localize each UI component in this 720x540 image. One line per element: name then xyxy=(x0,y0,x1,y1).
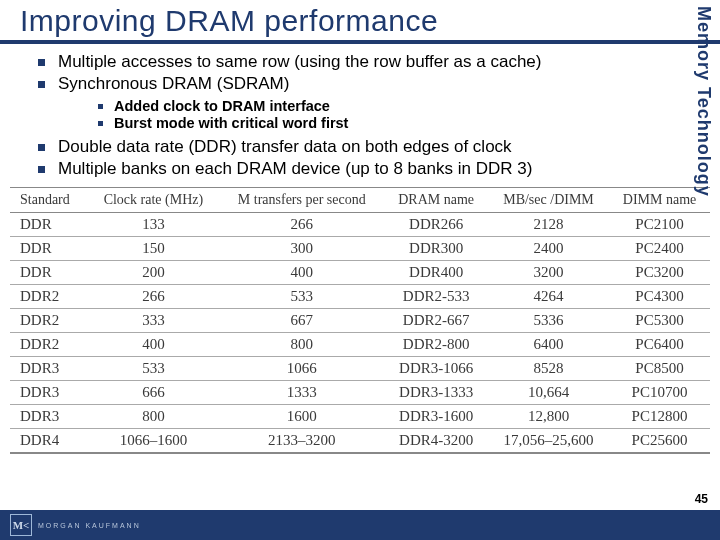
table-cell: DDR3 xyxy=(10,357,88,381)
table-row: DDR150300DDR3002400PC2400 xyxy=(10,237,710,261)
table-row: DDR200400DDR4003200PC3200 xyxy=(10,261,710,285)
table-cell: DDR3 xyxy=(10,405,88,429)
table-cell: 5336 xyxy=(488,309,609,333)
publisher-logo: M< MORGAN KAUFMANN xyxy=(10,514,141,536)
table-cell: 200 xyxy=(88,261,220,285)
table-cell: DDR3-1600 xyxy=(384,405,488,429)
table-cell: DDR300 xyxy=(384,237,488,261)
table-cell: 400 xyxy=(219,261,384,285)
table-cell: DDR266 xyxy=(384,213,488,237)
table-cell: PC2400 xyxy=(609,237,710,261)
table-cell: 1333 xyxy=(219,381,384,405)
table-row: DDR41066–16002133–3200DDR4-320017,056–25… xyxy=(10,429,710,454)
logo-mark-icon: M< xyxy=(10,514,32,536)
dram-table: Standard Clock rate (MHz) M transfers pe… xyxy=(10,187,710,454)
table-cell: DDR2-800 xyxy=(384,333,488,357)
table-cell: 333 xyxy=(88,309,220,333)
bullet-list: Multiple accesses to same row (using the… xyxy=(38,52,690,179)
slide: Improving DRAM performance Memory Techno… xyxy=(0,0,720,540)
logo-text: MORGAN KAUFMANN xyxy=(38,522,141,529)
table-cell: PC6400 xyxy=(609,333,710,357)
col-clock: Clock rate (MHz) xyxy=(88,188,220,213)
table-cell: 12,800 xyxy=(488,405,609,429)
table-cell: 533 xyxy=(88,357,220,381)
table-row: DDR2400800DDR2-8006400PC6400 xyxy=(10,333,710,357)
col-transfers: M transfers per second xyxy=(219,188,384,213)
dram-table-wrap: Standard Clock rate (MHz) M transfers pe… xyxy=(10,187,710,454)
table-cell: DDR3 xyxy=(10,381,88,405)
table-cell: 150 xyxy=(88,237,220,261)
table-cell: DDR2 xyxy=(10,333,88,357)
bullet-item: Multiple accesses to same row (using the… xyxy=(38,52,690,72)
table-cell: 17,056–25,600 xyxy=(488,429,609,454)
bullet-item: Multiple banks on each DRAM device (up t… xyxy=(38,159,690,179)
table-cell: 133 xyxy=(88,213,220,237)
sub-bullet-item: Burst mode with critical word first xyxy=(98,115,690,131)
table-cell: PC8500 xyxy=(609,357,710,381)
table-cell: 800 xyxy=(219,333,384,357)
table-cell: 2133–3200 xyxy=(219,429,384,454)
bullet-item: Double data rate (DDR) transfer data on … xyxy=(38,137,690,157)
table-cell: 533 xyxy=(219,285,384,309)
table-cell: 266 xyxy=(219,213,384,237)
col-standard: Standard xyxy=(10,188,88,213)
table-cell: DDR xyxy=(10,261,88,285)
col-dramname: DRAM name xyxy=(384,188,488,213)
content-area: Multiple accesses to same row (using the… xyxy=(0,44,720,179)
table-cell: DDR2 xyxy=(10,309,88,333)
table-cell: DDR400 xyxy=(384,261,488,285)
footer-bar: M< MORGAN KAUFMANN xyxy=(0,510,720,540)
table-cell: 2128 xyxy=(488,213,609,237)
table-cell: 400 xyxy=(88,333,220,357)
table-cell: 1066–1600 xyxy=(88,429,220,454)
table-cell: PC2100 xyxy=(609,213,710,237)
slide-title: Improving DRAM performance xyxy=(20,4,700,38)
table-cell: PC3200 xyxy=(609,261,710,285)
table-cell: DDR2 xyxy=(10,285,88,309)
table-cell: PC12800 xyxy=(609,405,710,429)
table-cell: DDR2-533 xyxy=(384,285,488,309)
table-cell: 1066 xyxy=(219,357,384,381)
bullet-text: Synchronous DRAM (SDRAM) xyxy=(58,74,289,93)
table-row: DDR35331066DDR3-10668528PC8500 xyxy=(10,357,710,381)
table-row: DDR36661333DDR3-133310,664PC10700 xyxy=(10,381,710,405)
sub-bullet-item: Added clock to DRAM interface xyxy=(98,98,690,114)
table-row: DDR2266533DDR2-5334264PC4300 xyxy=(10,285,710,309)
table-cell: DDR2-667 xyxy=(384,309,488,333)
table-cell: 1600 xyxy=(219,405,384,429)
table-cell: 10,664 xyxy=(488,381,609,405)
title-bar: Improving DRAM performance xyxy=(0,0,720,44)
col-mbsec: MB/sec /DIMM xyxy=(488,188,609,213)
table-cell: 4264 xyxy=(488,285,609,309)
page-number: 45 xyxy=(695,492,708,506)
table-cell: 667 xyxy=(219,309,384,333)
table-cell: DDR xyxy=(10,237,88,261)
table-cell: 6400 xyxy=(488,333,609,357)
table-cell: PC25600 xyxy=(609,429,710,454)
table-row: DDR133266DDR2662128PC2100 xyxy=(10,213,710,237)
section-label: Memory Technology xyxy=(693,6,714,197)
bullet-item: Synchronous DRAM (SDRAM) Added clock to … xyxy=(38,74,690,131)
table-cell: DDR4 xyxy=(10,429,88,454)
table-cell: 300 xyxy=(219,237,384,261)
table-cell: 8528 xyxy=(488,357,609,381)
table-cell: 3200 xyxy=(488,261,609,285)
table-cell: 266 xyxy=(88,285,220,309)
sub-bullet-list: Added clock to DRAM interface Burst mode… xyxy=(98,98,690,131)
table-cell: PC4300 xyxy=(609,285,710,309)
table-cell: DDR4-3200 xyxy=(384,429,488,454)
table-row: DDR38001600DDR3-160012,800PC12800 xyxy=(10,405,710,429)
table-cell: 800 xyxy=(88,405,220,429)
table-header-row: Standard Clock rate (MHz) M transfers pe… xyxy=(10,188,710,213)
table-cell: PC5300 xyxy=(609,309,710,333)
table-cell: DDR3-1333 xyxy=(384,381,488,405)
table-cell: DDR3-1066 xyxy=(384,357,488,381)
table-cell: PC10700 xyxy=(609,381,710,405)
table-cell: DDR xyxy=(10,213,88,237)
table-cell: 2400 xyxy=(488,237,609,261)
table-row: DDR2333667DDR2-6675336PC5300 xyxy=(10,309,710,333)
table-cell: 666 xyxy=(88,381,220,405)
